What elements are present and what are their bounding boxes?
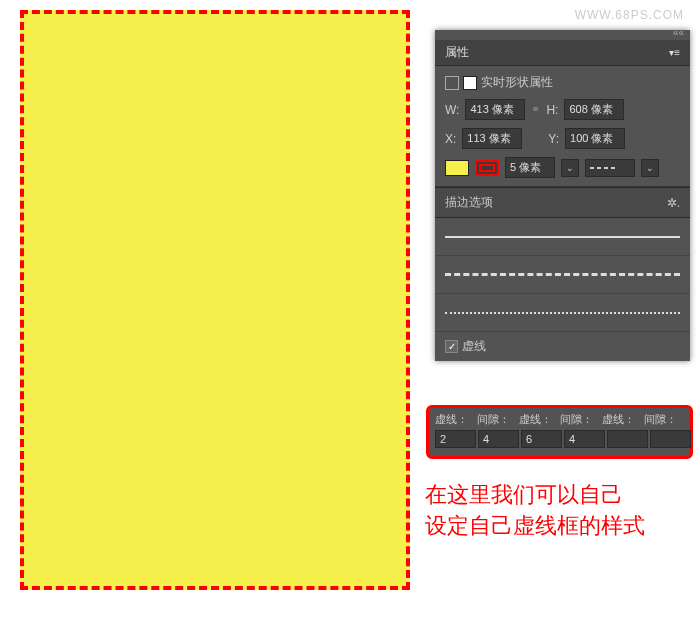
dash-label-5: 间隙： [644,412,684,427]
dash-input-5[interactable] [650,430,691,448]
dash-input-0[interactable] [435,430,476,448]
shape-rectangle[interactable] [20,10,410,590]
dash-label-2: 虚线： [519,412,559,427]
width-label: W: [445,103,459,117]
dash-input-3[interactable] [564,430,605,448]
dash-label-3: 间隙： [560,412,600,427]
annotation-line1: 在这里我们可以自己 [425,480,645,511]
stroke-style-dropdown[interactable] [585,159,635,177]
dash-label-4: 虚线： [602,412,642,427]
stroke-style-solid[interactable] [435,218,690,256]
gear-icon[interactable]: ✲. [667,196,680,210]
panel-menu-icon[interactable]: ▾≡ [669,47,680,58]
stroke-options-panel: 描边选项 ✲. ✓ 虚线 [435,187,690,361]
annotation-line2: 设定自己虚线框的样式 [425,511,645,542]
stroke-width-dropdown-icon[interactable]: ⌄ [561,159,579,177]
stroke-width-field[interactable]: 5 像素 [505,157,555,178]
dash-input-4[interactable] [607,430,648,448]
height-label: H: [546,103,558,117]
stroke-options-title: 描边选项 [445,194,493,211]
y-label: Y: [548,132,559,146]
fill-swatch[interactable] [445,160,469,176]
stroke-style-dashed[interactable] [435,256,690,294]
x-field[interactable]: 113 像素 [462,128,522,149]
dashed-checkbox[interactable]: ✓ [445,340,458,353]
y-field[interactable]: 100 像素 [565,128,625,149]
panel-tab[interactable]: 属性 ▾≡ [435,40,690,66]
dash-input-1[interactable] [478,430,519,448]
dashed-label: 虚线 [462,338,486,355]
shape-header-label: 实时形状属性 [481,74,553,91]
dash-settings-highlight: 虚线： 间隙： 虚线： 间隙： 虚线： 间隙： [426,405,693,459]
shape-mask-icon[interactable] [463,76,477,90]
annotation-text: 在这里我们可以自己 设定自己虚线框的样式 [425,480,645,542]
width-field[interactable]: 413 像素 [465,99,525,120]
stroke-style-dropdown-icon[interactable]: ⌄ [641,159,659,177]
x-label: X: [445,132,456,146]
dash-input-2[interactable] [521,430,562,448]
link-wh-icon[interactable]: ⚭ [531,103,540,116]
properties-panel: «« 属性 ▾≡ 实时形状属性 W: 413 像素 ⚭ H: 608 像素 X:… [435,30,690,361]
dash-label-0: 虚线： [435,412,475,427]
shape-bounds-icon[interactable] [445,76,459,90]
height-field[interactable]: 608 像素 [564,99,624,120]
panel-collapse-icon[interactable]: «« [435,30,690,40]
stroke-style-dotted[interactable] [435,294,690,332]
watermark: WWW.68PS.COM [575,8,684,22]
stroke-swatch[interactable] [475,160,499,176]
panel-title: 属性 [445,44,469,61]
shape-header: 实时形状属性 [445,74,680,91]
dash-label-1: 间隙： [477,412,517,427]
